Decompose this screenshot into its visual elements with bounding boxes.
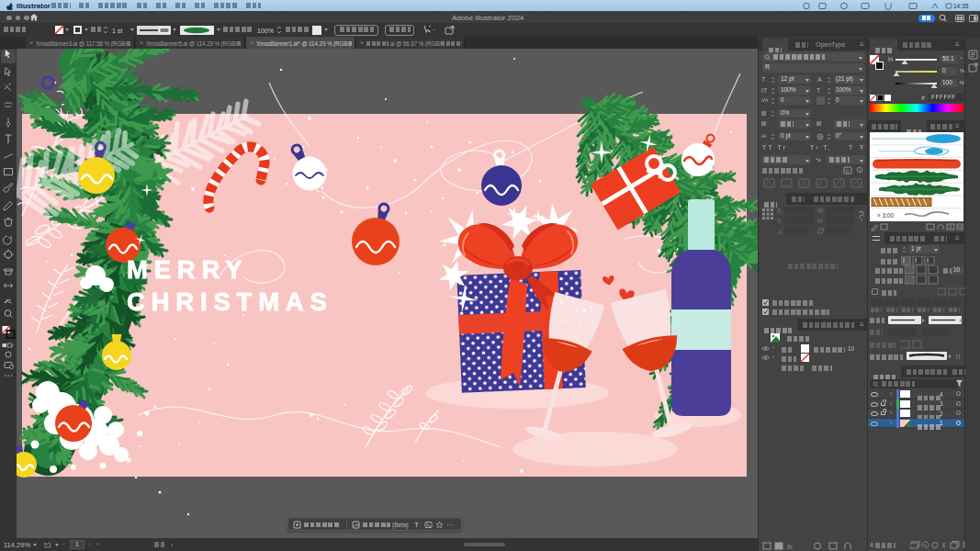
svg-text:fx.: fx. xyxy=(787,544,794,550)
svg-text:MERRY: MERRY xyxy=(127,255,248,284)
svg-text:14:35: 14:35 xyxy=(953,3,969,9)
svg-text:G: G xyxy=(846,168,850,174)
svg-text:» 3:00: » 3:00 xyxy=(877,212,894,219)
svg-text:CHRISTMAS: CHRISTMAS xyxy=(127,287,333,316)
